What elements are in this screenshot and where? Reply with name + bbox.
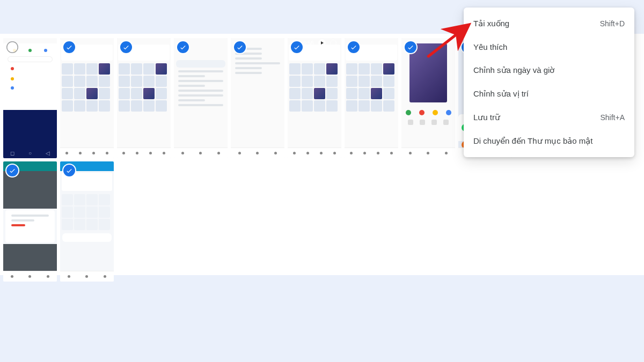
- selected-check-icon[interactable]: [63, 41, 75, 53]
- menu-item-label: Chỉnh sửa ngày và giờ: [473, 65, 554, 75]
- photo-thumbnail[interactable]: [345, 38, 398, 158]
- menu-item-label: Tải xuống: [473, 19, 509, 28]
- grid-row: [3, 161, 641, 282]
- menu-item-5[interactable]: Di chuyển đến Thư mục bảo mật: [464, 129, 634, 153]
- menu-item-4[interactable]: Lưu trữShift+A: [464, 106, 634, 129]
- photo-thumbnail[interactable]: 0:56: [288, 38, 341, 158]
- menu-item-shortcut: Shift+D: [600, 19, 625, 28]
- photo-thumbnail[interactable]: ◻○◁: [3, 38, 57, 158]
- menu-item-label: Chỉnh sửa vị trí: [473, 89, 529, 99]
- play-icon: [318, 39, 326, 47]
- selected-check-icon[interactable]: [291, 41, 303, 53]
- menu-item-label: Lưu trữ: [473, 113, 500, 122]
- selected-check-icon[interactable]: [63, 165, 75, 176]
- photo-thumbnail[interactable]: [401, 38, 455, 158]
- selected-check-icon[interactable]: [177, 41, 189, 53]
- photo-thumbnail[interactable]: [117, 38, 171, 158]
- unselected-check-icon[interactable]: [6, 41, 18, 53]
- menu-item-1[interactable]: Yêu thích: [464, 35, 634, 58]
- photo-thumbnail[interactable]: [174, 38, 228, 158]
- menu-item-label: Di chuyển đến Thư mục bảo mật: [473, 136, 592, 146]
- menu-item-label: Yêu thích: [473, 42, 507, 51]
- selected-check-icon[interactable]: [6, 165, 18, 176]
- menu-item-0[interactable]: Tải xuốngShift+D: [464, 12, 634, 35]
- menu-item-3[interactable]: Chỉnh sửa vị trí: [464, 82, 634, 106]
- photo-thumbnail[interactable]: [60, 161, 114, 282]
- photo-thumbnail[interactable]: [231, 38, 284, 158]
- context-menu: Tải xuốngShift+DYêu thíchChỉnh sửa ngày …: [464, 8, 634, 157]
- magnify-icon: [330, 40, 336, 46]
- photo-thumbnail[interactable]: [3, 161, 57, 282]
- selected-check-icon[interactable]: [234, 41, 246, 53]
- selected-check-icon[interactable]: [348, 41, 360, 53]
- selected-check-icon[interactable]: [120, 41, 132, 53]
- menu-item-2[interactable]: Chỉnh sửa ngày và giờ: [464, 58, 634, 82]
- video-duration: 0:56: [303, 40, 313, 46]
- selected-check-icon[interactable]: [405, 41, 416, 53]
- photo-thumbnail[interactable]: [60, 38, 114, 158]
- menu-item-shortcut: Shift+A: [600, 113, 625, 122]
